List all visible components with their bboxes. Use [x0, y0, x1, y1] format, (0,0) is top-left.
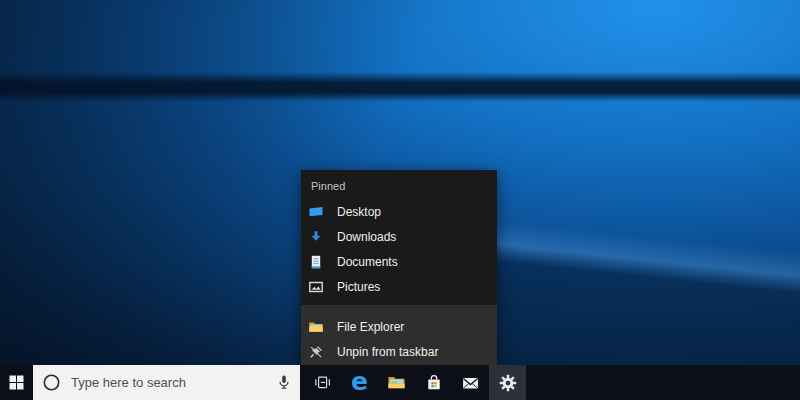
file-explorer-jumplist: Pinned Desktop Downloads [301, 170, 497, 365]
jumplist-tasks-section: File Explorer Unpin from taskbar [301, 305, 497, 365]
unpin-icon [308, 344, 324, 360]
jumplist-section-header: Pinned [301, 178, 497, 194]
edge-icon: e [351, 369, 368, 394]
task-view-icon [314, 374, 331, 391]
jumplist-item-desktop[interactable]: Desktop [301, 199, 497, 224]
taskbar-search[interactable] [33, 365, 300, 400]
jumplist-pinned-section: Pinned Desktop Downloads [301, 170, 497, 305]
documents-icon [308, 254, 324, 270]
jumplist-item-label: Pictures [337, 280, 380, 294]
jumplist-item-label: File Explorer [337, 320, 404, 334]
store-bag-icon [425, 374, 443, 392]
taskbar-buttons: e [304, 365, 526, 400]
pictures-icon [308, 279, 324, 295]
jumplist-item-label: Desktop [337, 205, 381, 219]
search-input[interactable] [69, 374, 276, 391]
taskbar-file-explorer-button[interactable] [378, 365, 415, 400]
mail-envelope-icon [461, 374, 480, 392]
taskbar: e [0, 365, 800, 400]
jumplist-item-label: Documents [337, 255, 398, 269]
jumplist-item-file-explorer[interactable]: File Explorer [301, 314, 497, 339]
jumplist-item-pictures[interactable]: Pictures [301, 274, 497, 299]
taskbar-store-button[interactable] [415, 365, 452, 400]
gear-icon [499, 374, 517, 392]
start-button[interactable] [0, 365, 33, 400]
jumplist-item-documents[interactable]: Documents [301, 249, 497, 274]
file-explorer-icon [308, 319, 324, 335]
desktop-icon [308, 204, 324, 220]
taskbar-settings-button[interactable] [489, 365, 526, 400]
downloads-icon [308, 229, 324, 245]
folder-icon [387, 373, 406, 392]
desktop[interactable]: Pinned Desktop Downloads [0, 0, 800, 400]
jumplist-item-label: Unpin from taskbar [337, 345, 438, 359]
taskbar-mail-button[interactable] [452, 365, 489, 400]
cortana-circle-icon [43, 374, 60, 391]
jumplist-item-unpin[interactable]: Unpin from taskbar [301, 339, 497, 364]
windows-logo-icon [9, 375, 24, 390]
task-view-button[interactable] [304, 365, 341, 400]
wallpaper-dark-band [0, 72, 800, 102]
taskbar-edge-button[interactable]: e [341, 365, 378, 400]
jumplist-item-label: Downloads [337, 230, 396, 244]
jumplist-item-downloads[interactable]: Downloads [301, 224, 497, 249]
microphone-icon[interactable] [276, 374, 292, 391]
